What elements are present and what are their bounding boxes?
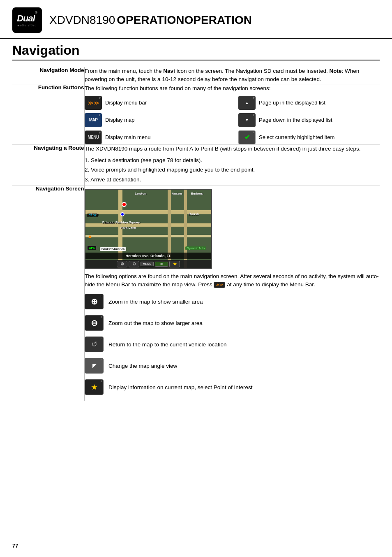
map-label-parklake: Park Lake [120,226,136,230]
angle-text: Change the map angle view [108,363,177,369]
map-button-bar: ⊕ ⊖ MENU ≫ ★ [85,260,211,268]
map-btn-zoomin: ⊕ [117,261,127,267]
nav-route-row: Navigating a Route The XDVDN8190 maps a … [12,144,380,185]
zoom-out-text: Zoom out the map to show larger area [108,320,203,326]
map-bank: Bank Of America [100,247,126,251]
brand-registered: ® [35,11,37,14]
map-label-roush: Roush [189,212,199,216]
options-list: ⊕ F Zoom in the map to show smaller area… [85,294,380,395]
page-header: Dual ® audio·video XDVDN8190 OPERATIONOP… [0,0,392,39]
option-angle: ◤ F Change the map angle view [85,358,380,374]
map-label-anson: Anson [172,192,182,195]
option-zoom-out: ⊖ F Zoom out the map to show larger area [85,315,380,331]
page-content: Navigation Navigation Mode From the main… [0,39,392,413]
model-number: XDVDN8190 [49,14,115,26]
pagedown-label: Page down in the displayed list [259,117,332,123]
location-icon: ↺ F [85,337,104,352]
option-poi: ★ F Display information on current map, … [85,379,380,395]
func-buttons-intro: The following function buttons are found… [85,84,380,93]
zoom-out-icon: ⊖ F [85,315,104,331]
map-label-orlando: Orlando Fashion Square [102,220,140,224]
option-location: ↺ F Return to the map to the current veh… [85,337,380,352]
nav-screen-row: Navigation Screen Lawton Anson Embers Na… [12,185,380,401]
logo-area: Dual ® audio·video [12,7,49,33]
nav-route-content: The XDVDN8190 maps a route from Point A … [85,144,380,185]
pagedown-icon: ▼ F [238,113,256,127]
brand-logo: Dual ® audio·video [12,7,42,33]
func-btn-map: MAP F Display map [85,113,226,127]
func-btn-pageup: ▲ F Page up in the displayed list [238,96,380,110]
map-label-embers: Embers [191,192,203,195]
nav-mode-label: Navigation Mode [12,67,84,84]
map-screenshot: Lawton Anson Embers Name Roush Orlando F… [85,189,212,269]
pageup-icon: ▲ F [238,96,256,110]
map-label-lawton: Lawton [135,192,146,195]
route-step-1: 1. Select a destination (see page 78 for… [85,156,380,165]
zoom-in-text: Zoom in the map to show smaller area [108,299,203,305]
map-gps: GPS [87,246,97,250]
nav-mode-text: From the main menu, touch the Navi icon … [85,67,380,84]
func-btn-pagedown: ▼ F Page down in the displayed list [238,113,380,127]
map-btn-menu: MENU [141,262,154,266]
func-buttons-row: Function Buttons The following function … [12,84,380,144]
func-buttons-content: The following function buttons are found… [85,84,380,144]
func-buttons-label: Function Buttons [12,84,84,144]
nav-mode-content: From the main menu, touch the Navi icon … [85,67,380,84]
page-number: 77 [12,543,18,549]
map-arrow: ▲ [87,233,93,239]
map-label: Display map [105,117,135,123]
angle-icon: ◤ F [85,358,104,374]
menubar-icon: ≫≫ F [85,96,102,110]
map-btn-zoomout: ⊖ [129,261,139,267]
mainmenu-icon: MENU F [85,130,102,144]
nav-route-label: Navigating a Route [12,144,84,185]
location-text: Return to the map to the current vehicle… [108,341,226,348]
map-road-h3 [85,235,211,237]
operation-label: OPERATION [117,14,184,26]
option-zoom-in: ⊕ F Zoom in the map to show smaller area [85,294,380,309]
route-step-3: 3. Arrive at destination. [85,176,380,184]
map-icon: MAP F [85,113,102,127]
zoom-in-icon: ⊕ F [85,294,104,309]
poi-icon: ★ F [85,379,104,395]
map-btn-nav: ≫ [155,262,168,267]
map-btn-poi: ★ [169,261,180,267]
func-btn-mainmenu: MENU F Display main menu [85,130,226,144]
brand-subtitle: audio·video [18,24,37,27]
pageup-label: Page up in the displayed list [259,100,325,106]
page-title: Navigation [12,43,380,60]
map-dynamic: Dynamic Auto [185,246,206,250]
menubar-label: Display menu bar [105,100,147,106]
select-label: Select currently highlighted item [259,134,334,140]
route-step-2: 2. Voice prompts and highlighted mapping… [85,166,380,174]
func-buttons-grid: ≫≫ F Display menu bar ▲ F Page up in the… [85,96,380,144]
func-btn-select: ✔ F Select currently highlighted item [238,130,380,144]
nav-screen-content: Lawton Anson Embers Name Roush Orlando F… [85,185,380,401]
map-time: 07:56 [87,214,98,217]
poi-text: Display information on current map, sele… [108,384,252,390]
inline-menu-icon: ≫≫ [214,282,225,288]
nav-screen-desc: The following options are found on the m… [85,272,380,289]
header-title: XDVDN8190 OPERATIONOPERATION [49,14,252,27]
nav-route-description: The XDVDN8190 maps a route from Point A … [85,145,380,153]
map-point-b [120,212,125,216]
nav-mode-row: Navigation Mode From the main menu, touc… [12,67,380,84]
map-location: Herndon Ave, Orlando, FL [85,253,211,259]
mainmenu-label: Display main menu [105,134,151,140]
nav-screen-label: Navigation Screen [12,185,84,401]
map-point-a [122,202,127,207]
route-steps: 1. Select a destination (see page 78 for… [85,156,380,184]
brand-name: Dual [17,14,35,23]
select-icon: ✔ F [238,130,256,144]
content-table: Navigation Mode From the main menu, touc… [12,67,380,401]
func-btn-menubar: ≫≫ F Display menu bar [85,96,226,110]
